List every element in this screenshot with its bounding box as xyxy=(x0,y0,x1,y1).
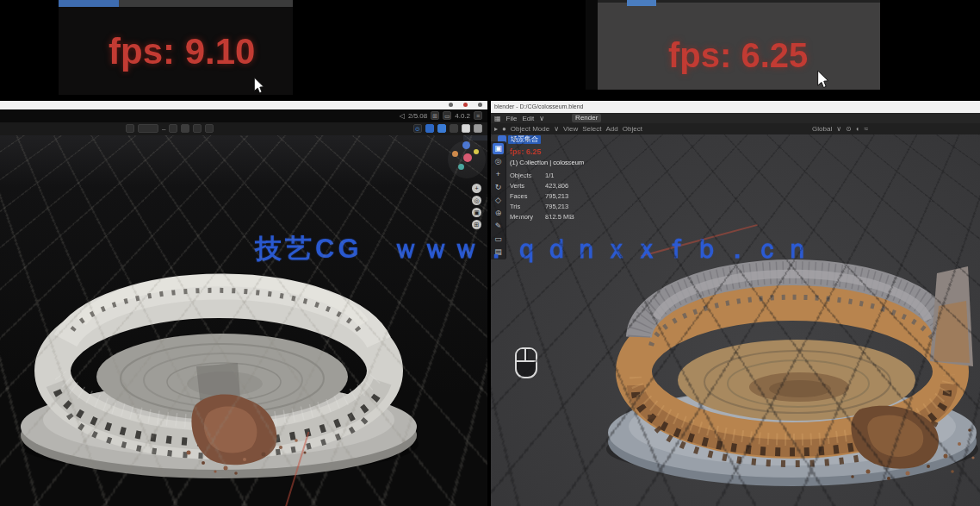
app-icon[interactable]: ▦ xyxy=(494,115,501,122)
zoom-icon[interactable]: + xyxy=(472,184,481,193)
chevron-down-icon[interactable]: ∨ xyxy=(836,125,841,133)
orientation-selector[interactable]: Global xyxy=(812,125,832,133)
toolbar-dropdown[interactable] xyxy=(138,124,158,133)
fps-overlay-text: fps: 6.25 xyxy=(510,147,584,156)
tool-transform-button[interactable]: ⊕ xyxy=(493,208,504,219)
shading-toggle-icon[interactable] xyxy=(425,124,434,133)
stats-row: Objects1/1 xyxy=(510,172,574,182)
separator-dash: – xyxy=(162,125,165,133)
axis-x-dot[interactable] xyxy=(463,153,472,162)
left-viewport-pane: ◁ 2/5.08 ⊞ ▭ 4.0.2 ≡ – ⊙ xyxy=(0,101,487,506)
stat-value: 812.5 MiB xyxy=(533,213,574,223)
right-header-bar: ▸ ● Object Mode ∨ View Select Add Object… xyxy=(491,123,980,134)
viewport-nav-buttons: + ◎ ▣ ⊞ xyxy=(472,184,481,229)
mode-selector[interactable]: Object Mode xyxy=(511,125,549,133)
inset-titlebar-fragment xyxy=(59,0,119,7)
camera-view-icon[interactable]: ▣ xyxy=(472,208,481,217)
maximize-button[interactable] xyxy=(478,103,482,107)
chevron-down-icon[interactable]: ∨ xyxy=(554,125,559,133)
minimize-button[interactable] xyxy=(449,103,453,107)
menu-item-view[interactable]: View xyxy=(563,125,578,133)
left-titlebar xyxy=(0,101,487,109)
inset-titlebar-fragment xyxy=(627,0,656,6)
tool-move-button[interactable]: + xyxy=(493,169,504,180)
navigation-gizmo[interactable] xyxy=(448,141,486,178)
mouse-indicator-icon xyxy=(515,347,537,378)
left-3d-viewport[interactable]: + ◎ ▣ ⊞ xyxy=(0,135,487,506)
stat-value: 795,213 xyxy=(533,192,574,203)
shading-sphere-icon[interactable]: ◐ xyxy=(856,125,860,133)
snap-icon[interactable]: ⊙ xyxy=(846,125,852,133)
version-label: 4.0.2 xyxy=(455,112,470,120)
fps-counter-left: fps: 9.10 xyxy=(109,31,255,72)
textured-colosseum-model xyxy=(601,232,980,490)
toolbar-icon[interactable] xyxy=(193,124,202,133)
tool-select-box-button[interactable]: ▣ xyxy=(493,143,504,154)
toolbar-icon[interactable] xyxy=(126,124,134,133)
stats-row: Memory812.5 MiB xyxy=(510,213,574,223)
stats-row: Tris795,213 xyxy=(510,203,574,213)
menu-item-add[interactable]: Add xyxy=(606,125,618,133)
mode-dot-icon: ● xyxy=(502,125,506,133)
menu-item-select[interactable]: Select xyxy=(582,125,601,133)
tool-cursor-button[interactable]: ◎ xyxy=(493,156,504,167)
tool-scale-button[interactable]: ◇ xyxy=(493,195,504,206)
proportional-edit-icon[interactable]: ≈ xyxy=(865,125,868,133)
right-menubar: ▦ File Edit ∨ Render xyxy=(491,113,980,123)
search-icon[interactable]: ⊙ xyxy=(413,124,422,133)
fps-inset-left: fps: 9.10 xyxy=(59,0,293,95)
stat-label: Faces xyxy=(510,192,533,203)
toolbar-icon[interactable] xyxy=(181,124,189,133)
settings-icon[interactable]: ≡ xyxy=(474,111,482,120)
viewport-stats-overlay: fps: 6.25 (1) Collection | colosseum Obj… xyxy=(510,147,584,223)
site-watermark: 技艺CG ｗｗｗ．ｑｄｎｘｘｆｂ．ｃｎ xyxy=(255,231,815,267)
close-button[interactable] xyxy=(463,103,468,107)
stat-label: Tris xyxy=(510,203,533,213)
active-workspace-tab[interactable]: Render xyxy=(572,114,601,122)
menu-item-edit[interactable]: Edit xyxy=(522,115,534,122)
speaker-icon[interactable]: ◁ xyxy=(400,112,405,120)
stats-row: Faces795,213 xyxy=(510,192,574,203)
axis-neg-x-dot[interactable] xyxy=(452,151,458,157)
pan-icon[interactable]: ◎ xyxy=(472,196,481,205)
toolbar-icon[interactable] xyxy=(205,124,214,133)
menu-item-file[interactable]: File xyxy=(506,115,518,122)
mouse-cursor-icon xyxy=(253,78,267,95)
right-titlebar: blender - D:/CG/colosseum.blend xyxy=(491,101,980,113)
panel-toggle-icon[interactable]: ▭ xyxy=(443,111,451,120)
inset-titlebar-fragment xyxy=(119,0,293,7)
toolbar-icon[interactable] xyxy=(169,124,177,133)
panel-toggle-icon[interactable]: ⊞ xyxy=(431,111,439,120)
chevron-down-icon[interactable]: ∨ xyxy=(539,115,544,122)
audio-meter-label: 2/5.08 xyxy=(408,112,427,120)
collection-label: 场景集合 xyxy=(508,135,541,144)
axis-y-dot[interactable] xyxy=(474,149,479,154)
grid-toggle-icon[interactable]: ⊞ xyxy=(472,220,481,229)
clay-colosseum-model xyxy=(12,237,425,487)
scene-info-text: (1) Collection | colosseum xyxy=(510,159,584,166)
fps-inset-right: fps: 6.25 xyxy=(586,0,880,90)
stat-label: Memory xyxy=(510,213,533,223)
top-strip: fps: 9.10 fps: 6.25 xyxy=(0,0,980,101)
axis-z-dot[interactable] xyxy=(462,141,470,149)
stats-table: Objects1/1 Verts423,806 Faces795,213 Tri… xyxy=(510,172,574,223)
toolbar-icon[interactable] xyxy=(450,124,458,133)
render-mode-icon[interactable] xyxy=(462,124,470,133)
comparison-frame: fps: 9.10 fps: 6.25 ◁ 2/5.08 xyxy=(0,0,980,506)
menu-item-object[interactable]: Object xyxy=(623,125,642,133)
tool-rotate-button[interactable]: ↻ xyxy=(493,182,504,193)
stat-value: 423,806 xyxy=(533,182,574,192)
stats-row: Verts423,806 xyxy=(510,182,574,192)
left-toolbar-bar: – ⊙ xyxy=(0,122,487,135)
window-title: blender - D:/CG/colosseum.blend xyxy=(494,103,584,109)
stat-label: Verts xyxy=(510,182,533,192)
right-3d-viewport[interactable]: 场景集合 fps: 6.25 (1) Collection | colosseu… xyxy=(491,134,980,506)
stat-value: 795,213 xyxy=(533,203,574,213)
play-icon[interactable]: ▸ xyxy=(494,125,498,133)
fps-counter-right: fps: 6.25 xyxy=(668,36,808,75)
overlay-toggle-icon[interactable] xyxy=(437,124,446,133)
axis-neg-y-dot[interactable] xyxy=(458,164,464,170)
stat-label: Objects xyxy=(510,172,533,182)
toolbar-icon[interactable] xyxy=(474,124,482,133)
right-viewport-pane: blender - D:/CG/colosseum.blend ▦ File E… xyxy=(491,101,980,506)
